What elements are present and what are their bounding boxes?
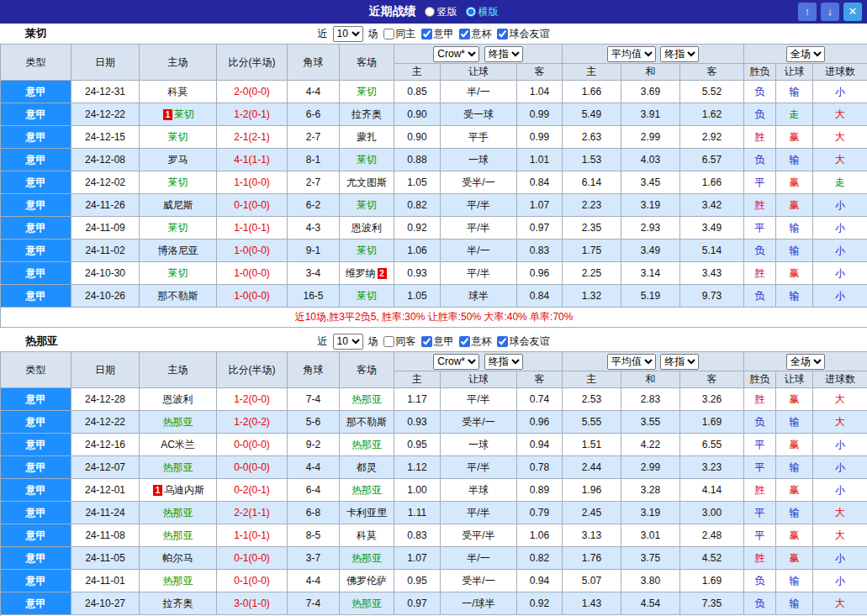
match-row: 意甲24-12-31科莫2-0(0-0)4-4莱切0.85半/一1.041.66…	[1, 81, 867, 103]
date-cell: 24-11-01	[71, 570, 140, 592]
move-up-button[interactable]: ↑	[798, 3, 817, 21]
col-score: 比分(半场)	[217, 45, 288, 81]
filter-friendly[interactable]: 球会友谊	[497, 334, 550, 349]
col-date: 日期	[71, 45, 140, 81]
date-cell: 24-10-26	[71, 285, 140, 308]
coppa-checkbox[interactable]	[459, 336, 470, 347]
summary-row: 近10场,胜3平2负5, 胜率:30% 让胜率:50% 大率:40% 单率:70…	[1, 308, 867, 328]
score-cell: 1-0(0-0)	[217, 262, 288, 285]
asia-home-odds: 1.07	[394, 547, 441, 570]
home-team-cell: 那不勒斯	[140, 285, 217, 308]
euro-source-select[interactable]: 平均值	[607, 46, 656, 62]
match-result: 平	[744, 524, 776, 547]
filter-same-home[interactable]: 同主	[383, 27, 416, 41]
euro-home-odds: 2.45	[563, 502, 621, 524]
match-result: 负	[744, 149, 776, 171]
euro-time-select[interactable]: 终指	[660, 354, 699, 370]
home-team-name: 博洛尼亚	[158, 245, 198, 256]
asia-handicap: 平/半	[441, 217, 517, 240]
home-team-cell: 科莫	[140, 81, 217, 103]
asia-home-odds: 1.05	[394, 171, 441, 194]
close-button[interactable]: ✕	[843, 3, 862, 21]
corners-cell: 4-3	[288, 217, 340, 240]
match-count-select[interactable]: 10	[333, 26, 363, 42]
match-count-select[interactable]: 10	[333, 334, 363, 350]
col-euro-draw: 和	[621, 371, 680, 388]
euro-draw-odds: 3.01	[621, 524, 680, 547]
coppa-checkbox[interactable]	[459, 29, 470, 39]
asia-bookmaker-select[interactable]: Crow*	[433, 46, 479, 62]
friendly-checkbox[interactable]	[497, 29, 508, 39]
corners-cell: 7-4	[288, 388, 340, 411]
horizontal-radio[interactable]	[466, 7, 476, 17]
serie-a-label: 意甲	[434, 27, 454, 41]
filter-serie-a[interactable]: 意甲	[421, 27, 454, 41]
away-team-name: 卡利亚里	[346, 507, 387, 519]
date-cell: 24-10-30	[71, 262, 140, 285]
match-row: 意甲24-11-26威尼斯0-1(0-0)6-2莱切0.82平/半1.072.2…	[1, 194, 867, 217]
match-row: 意甲24-10-26那不勒斯1-0(0-0)16-5莱切1.05球半0.841.…	[1, 285, 867, 308]
vertical-radio[interactable]	[425, 7, 435, 17]
col-home: 主场	[140, 352, 217, 388]
match-result: 负	[744, 81, 776, 103]
euro-away-odds: 4.52	[680, 547, 744, 570]
euro-draw-odds: 3.55	[621, 411, 680, 434]
asia-bookmaker-select[interactable]: Crow*	[433, 354, 479, 370]
euro-home-odds: 1.32	[563, 285, 621, 308]
match-result: 平	[744, 217, 776, 240]
match-row: 意甲24-12-221莱切1-2(0-1)6-6拉齐奥0.90受一球0.995.…	[1, 103, 867, 126]
col-asia-handicap: 让球	[441, 64, 517, 81]
scope-select[interactable]: 全场	[786, 46, 825, 62]
away-team-cell: 热那亚	[340, 592, 394, 615]
euro-home-odds: 2.63	[563, 126, 621, 149]
away-team-cell: 蒙扎	[340, 126, 394, 149]
asia-handicap: 平/半	[441, 388, 517, 411]
date-cell: 24-12-22	[71, 411, 140, 434]
filter-coppa[interactable]: 意杯	[459, 27, 492, 41]
handicap-result: 赢	[776, 262, 813, 285]
asia-away-odds: 0.84	[517, 171, 563, 194]
asia-time-select[interactable]: 终指	[484, 46, 523, 62]
euro-source-select[interactable]: 平均值	[607, 354, 656, 370]
euro-away-odds: 7.35	[680, 592, 744, 615]
league-cell: 意甲	[1, 434, 71, 456]
friendly-checkbox[interactable]	[497, 336, 508, 347]
view-option-horizontal[interactable]: 横版	[466, 5, 499, 19]
view-option-vertical[interactable]: 竖版	[425, 5, 457, 19]
col-corner: 角球	[288, 45, 340, 81]
handicap-result: 输	[776, 240, 813, 262]
away-team-name: 莱切	[357, 154, 377, 166]
filter-coppa[interactable]: 意杯	[459, 334, 492, 349]
asia-away-odds: 0.99	[517, 103, 563, 126]
home-team-name: 科莫	[168, 86, 188, 97]
friendly-label: 球会友谊	[510, 27, 550, 41]
filter-same-away[interactable]: 同客	[383, 334, 416, 349]
filter-friendly[interactable]: 球会友谊	[497, 27, 550, 41]
home-team-cell: 恩波利	[140, 388, 217, 411]
goals-result: 小	[813, 285, 867, 308]
move-down-button[interactable]: ↓	[821, 3, 839, 21]
same-home-checkbox[interactable]	[383, 29, 394, 39]
corners-cell: 2-7	[288, 171, 340, 194]
goals-result: 小	[813, 217, 867, 240]
home-team-name: 热那亚	[163, 575, 193, 587]
filter-serie-a[interactable]: 意甲	[421, 334, 454, 349]
team-section-2: 热那亚 近 10 场 同客 意甲 意杯 球会友谊 类型 日期 主场 比分(半场)…	[0, 331, 867, 616]
recent-label: 近	[318, 334, 328, 349]
summary-text: 近10场,胜3平2负5, 胜率:30% 让胜率:50% 大率:40% 单率:70…	[1, 308, 867, 328]
euro-away-odds: 5.52	[680, 81, 744, 103]
scope-select[interactable]: 全场	[786, 354, 825, 370]
away-team-cell: 热那亚	[340, 479, 394, 502]
away-team-name: 热那亚	[352, 598, 382, 609]
asia-time-select[interactable]: 终指	[484, 354, 523, 370]
euro-away-odds: 4.14	[680, 479, 744, 502]
match-result: 平	[744, 171, 776, 194]
col-asia-away: 客	[517, 371, 563, 388]
euro-time-select[interactable]: 终指	[660, 46, 699, 62]
euro-away-odds: 1.69	[680, 570, 744, 592]
score-cell: 0-1(0-0)	[217, 194, 288, 217]
serie-a-checkbox[interactable]	[421, 336, 432, 347]
home-team-name: 热那亚	[163, 529, 193, 541]
same-away-checkbox[interactable]	[383, 336, 394, 347]
serie-a-checkbox[interactable]	[421, 29, 432, 39]
